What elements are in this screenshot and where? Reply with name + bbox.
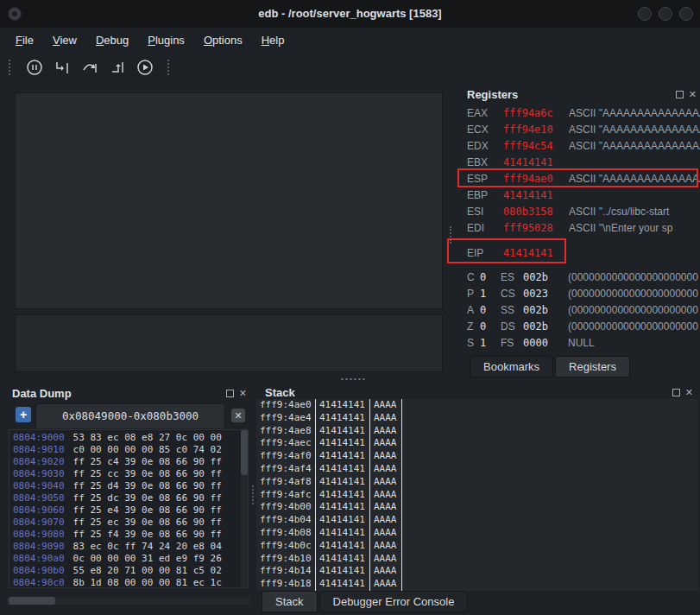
step-out-button[interactable] [106,56,129,79]
stack-value: 41414141 [316,425,370,438]
registers-splitter-handle[interactable] [450,226,453,244]
info-view[interactable] [15,314,443,372]
stack-row: fff9:4af041414141AAAA [256,450,698,463]
scrollbar-handle[interactable] [9,597,55,605]
scrollbar-handle[interactable] [241,430,248,475]
maximize-button[interactable] [659,7,672,21]
segment-info: (0000000000000000000000 [568,304,700,316]
register-row[interactable]: EBP 41414141 [457,187,700,203]
register-value: fff94c54 [503,140,569,152]
hex-bytes: 83 ec 0c ff 74 24 20 e8 04 [73,541,222,552]
register-row[interactable]: EDI fff95028 ASCII "\nEnter your sp [457,219,700,236]
step-into-button[interactable] [51,56,73,79]
stack-address: fff9:4b00 [256,501,316,514]
add-region-button[interactable]: + [16,407,31,422]
stack-value: 41414141 [316,412,370,425]
register-row[interactable]: ESI 080b3158 ASCII "../csu/libc-start [457,203,700,219]
register-value: fff94a6c [503,107,569,119]
stack-ascii: AAAA [370,425,402,438]
register-row[interactable]: EDX fff94c54 ASCII "AAAAAAAAAAAAAAAAAAAA… [457,137,700,154]
stack-address: fff9:4aec [256,437,316,450]
hex-bytes: ff 25 f4 39 0e 08 66 90 ff [73,529,222,540]
memory-region-tab[interactable]: 0x08049000-0x080b3000 [35,403,225,428]
hex-bytes: ff 25 e4 39 0e 08 66 90 ff [73,504,222,516]
segment-name: DS [501,320,523,333]
register-row[interactable]: EBX 41414141 [457,154,700,170]
register-row[interactable]: EAX fff94a6c ASCII "AAAAAAAAAAAAAAAAAAAA… [457,105,700,121]
horizontal-splitter-handle[interactable] [340,377,366,381]
tab-registers[interactable]: Registers [555,356,630,377]
close-icon[interactable]: ✕ [239,389,247,398]
menu-plugins[interactable]: Plugins [138,28,194,54]
tab-debugger-error-console[interactable]: Debugger Error Console [319,591,469,612]
hex-row: 0804:9050ff 25 dc 39 0e 08 66 90 ff [13,492,248,504]
pause-button[interactable] [23,56,46,79]
hex-bytes: 8b 1d 08 00 00 00 81 ec 1c [73,577,222,588]
flag-row[interactable]: P 1 CS 0023 (0000000000000000000000 [457,285,700,301]
stack-row: fff9:4af441414141AAAA [256,463,698,476]
stack-value: 41414141 [316,540,370,553]
stack-ascii: AAAA [370,565,402,578]
flag-row[interactable]: A 0 SS 002b (0000000000000000000000 [457,301,700,318]
close-tab-icon[interactable]: ✕ [231,409,245,422]
hex-row: 0804:9080ff 25 f4 39 0e 08 66 90 ff [13,529,248,541]
flag-row[interactable]: C 0 ES 002b (0000000000000000000000 [457,269,700,285]
register-value: 41414141 [503,189,569,201]
tab-bookmarks[interactable]: Bookmarks [470,356,553,377]
tab-stack[interactable]: Stack [262,591,318,612]
hex-address: 0804:9050 [13,492,65,504]
menu-view[interactable]: View [43,28,86,54]
stack-address: fff9:4b0c [256,540,316,553]
run-icon [136,59,154,76]
menu-file[interactable]: File [6,28,43,54]
menu-options[interactable]: Options [194,28,252,54]
stack-value: 41414141 [316,527,370,540]
hex-row: 0804:9010c0 00 00 00 00 85 c0 74 02 [13,444,248,456]
segment-info: NULL [568,337,700,349]
hex-address: 0804:9080 [13,529,65,540]
stack-value: 41414141 [316,489,370,502]
stack-row: fff9:4aec41414141AAAA [256,437,698,450]
close-icon[interactable]: ✕ [685,388,693,397]
toolbar-grip[interactable] [9,60,14,75]
register-row-esp[interactable]: ESP fff94ae0 ASCII "AAAAAAAAAAAAAAAAAAAA… [457,170,700,187]
hex-address: 0804:90b0 [13,565,65,576]
close-icon[interactable]: ✕ [689,90,697,99]
step-over-button[interactable] [79,56,101,79]
stack-view[interactable]: fff9:4ae041414141AAAA fff9:4ae441414141A… [256,399,698,591]
segment-info: (0000000000000000000000 [568,320,700,333]
minimize-button[interactable] [638,7,652,21]
flag-row[interactable]: S 1 FS 0000 NULL [457,334,700,351]
disassembly-view[interactable] [15,92,443,309]
stack-row: fff9:4b0c41414141AAAA [256,540,698,553]
undock-icon[interactable] [676,91,684,98]
hex-address: 0804:9060 [13,504,65,516]
hex-address: 0804:9070 [13,517,65,528]
stack-address: fff9:4afc [256,489,316,502]
run-button[interactable] [134,56,156,79]
undock-icon[interactable] [226,390,234,397]
hex-dump-view[interactable]: 0804:900053 83 ec 08 e8 27 0c 00 00 0804… [9,429,249,588]
hex-address: 0804:9090 [13,541,65,552]
pause-icon [26,59,43,76]
register-row-eip[interactable]: EIP 41414141 [457,244,700,261]
close-button[interactable] [679,7,693,21]
undock-icon[interactable] [672,389,680,396]
stack-title: Stack [265,386,295,399]
register-name: EIP [467,247,503,259]
vertical-scrollbar[interactable] [241,430,248,587]
stack-ascii: AAAA [370,501,402,514]
titlebar: edb - /root/server_hogwarts [1583] [0,0,700,28]
flag-row[interactable]: Z 0 DS 002b (0000000000000000000000 [457,318,700,334]
stack-address: fff9:4af0 [256,450,316,463]
horizontal-scrollbar[interactable] [7,597,250,605]
hex-address: 0804:9010 [13,444,65,455]
register-row[interactable]: ECX fff94e10 ASCII "AAAAAAAAAAAAAAAAAAAA… [457,121,700,137]
menu-help[interactable]: Help [252,28,294,54]
toolbar-grip[interactable] [167,60,173,75]
menu-debug[interactable]: Debug [86,28,138,54]
data-dump-title: Data Dump [12,387,72,400]
stack-value: 41414141 [316,553,370,566]
stack-row: fff9:4ae441414141AAAA [256,412,698,425]
stack-value: 41414141 [316,399,370,412]
